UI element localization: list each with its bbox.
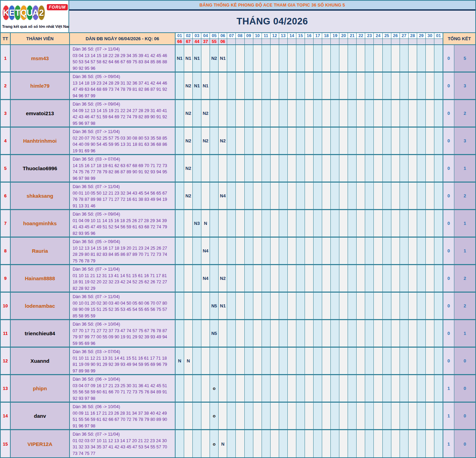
day-header-cell: 01 xyxy=(434,33,443,39)
day-mark-cell: N xyxy=(201,210,210,237)
day-empty-cell xyxy=(383,320,391,347)
member-name: Xuannd xyxy=(11,348,70,374)
day-header-cell: 24 xyxy=(374,33,382,39)
day-empty-cell xyxy=(339,403,348,429)
day-empty-cell xyxy=(374,348,382,374)
day-header-cell: 20 xyxy=(339,33,348,39)
day-empty-cell xyxy=(219,73,227,99)
day-empty-cell xyxy=(400,348,408,374)
result-cell xyxy=(374,39,382,44)
day-empty-cell xyxy=(227,100,235,127)
day-empty-cell xyxy=(391,265,400,292)
table-body: 1msm43Dàn 36 Số: (07 -> 11/04)03 04 13 1… xyxy=(1,45,475,458)
day-empty-cell xyxy=(288,210,296,237)
day-empty-cell xyxy=(434,128,443,154)
day-empty-cell xyxy=(417,155,425,182)
day-mark-cell: N1 xyxy=(193,45,201,72)
day-empty-cell xyxy=(391,238,400,264)
day-empty-cell xyxy=(184,430,192,458)
day-empty-cell xyxy=(409,210,417,237)
day-empty-cell xyxy=(365,238,373,264)
day-empty-cell xyxy=(383,183,391,209)
member-name-label: Hainam8888 xyxy=(25,275,55,281)
day-empty-cell xyxy=(426,183,434,209)
member-name: danv xyxy=(11,403,70,429)
day-empty-cell xyxy=(288,45,296,72)
day-empty-cell xyxy=(383,155,391,182)
day-empty-cell xyxy=(331,100,339,127)
result-cell xyxy=(262,39,270,44)
member-name-label: Thuoclao6996 xyxy=(23,165,57,171)
day-empty-cell xyxy=(176,238,184,264)
day-empty-cell xyxy=(245,238,253,264)
day-header-cell: 25 xyxy=(383,33,391,39)
dan-numbers: 13 14 18 19 23 24 28 29 31 32 36 37 41 4… xyxy=(73,80,172,99)
day-empty-cell xyxy=(236,430,244,458)
day-mark-cell: N1 xyxy=(176,45,184,72)
day-empty-cell xyxy=(314,45,322,72)
dan-numbers: 10 12 13 14 15 16 17 18 19 20 21 23 24 2… xyxy=(73,245,172,264)
day-header-cell: 04 xyxy=(201,33,210,39)
day-empty-cell xyxy=(409,430,417,458)
day-empty-cell xyxy=(409,128,417,154)
day-empty-cell xyxy=(193,100,201,127)
day-empty-cell xyxy=(236,238,244,264)
day-empty-cell xyxy=(279,293,287,319)
day-empty-cell xyxy=(339,100,348,127)
day-header-cell: 05 xyxy=(210,33,218,39)
day-empty-cell xyxy=(201,375,210,402)
total-right: 3 xyxy=(454,128,475,154)
day-empty-cell xyxy=(245,73,253,99)
day-header-cell: 17 xyxy=(314,33,322,39)
day-empty-cell xyxy=(374,73,382,99)
day-empty-cell xyxy=(288,265,296,292)
logo: KETQUA2FORUM Trang kết quả xổ số lớn nhấ… xyxy=(1,1,69,32)
day-empty-cell xyxy=(236,155,244,182)
day-empty-cell xyxy=(253,45,262,72)
day-empty-cell xyxy=(331,430,339,458)
day-mark-cell: N2 xyxy=(184,128,192,154)
total-right: 0 xyxy=(454,348,475,374)
day-empty-cell xyxy=(288,430,296,458)
day-empty-cell xyxy=(279,403,287,429)
day-empty-cell xyxy=(279,348,287,374)
day-cells: N1N1N1N2N1 xyxy=(176,45,443,72)
day-header-cell: 27 xyxy=(400,33,408,39)
day-header-cell: 12 xyxy=(271,33,279,39)
day-empty-cell xyxy=(426,128,434,154)
day-empty-cell xyxy=(374,128,382,154)
day-empty-cell xyxy=(348,238,356,264)
dan-cell: Dàn 36 Số: (07 -> 11/04)00 10 01 20 02 3… xyxy=(70,293,176,319)
day-empty-cell xyxy=(271,238,279,264)
day-empty-cell xyxy=(176,155,184,182)
member-name: Hainam8888 xyxy=(11,265,70,292)
day-empty-cell xyxy=(348,375,356,402)
day-empty-cell xyxy=(383,210,391,237)
day-empty-cell xyxy=(322,348,330,374)
result-cell xyxy=(409,39,417,44)
total-left: 0 xyxy=(443,128,454,154)
result-cell: 67 xyxy=(184,39,192,44)
day-empty-cell xyxy=(253,100,262,127)
day-empty-cell xyxy=(245,293,253,319)
day-empty-cell xyxy=(296,210,305,237)
day-empty-cell xyxy=(262,210,270,237)
day-empty-cell xyxy=(279,73,287,99)
day-empty-cell xyxy=(400,265,408,292)
day-empty-cell xyxy=(227,128,235,154)
member-name: msm43 xyxy=(11,45,70,72)
day-mark-cell: N4 xyxy=(201,238,210,264)
day-empty-cell xyxy=(227,430,235,458)
day-empty-cell xyxy=(383,73,391,99)
day-empty-cell xyxy=(348,348,356,374)
day-empty-cell xyxy=(339,45,348,72)
day-empty-cell xyxy=(348,155,356,182)
total-right: 1 xyxy=(454,210,475,237)
day-empty-cell xyxy=(348,73,356,99)
total-right: 0 xyxy=(454,430,475,458)
day-empty-cell xyxy=(201,155,210,182)
day-empty-cell xyxy=(288,238,296,264)
day-empty-cell xyxy=(348,403,356,429)
day-empty-cell xyxy=(201,293,210,319)
day-empty-cell xyxy=(236,73,244,99)
